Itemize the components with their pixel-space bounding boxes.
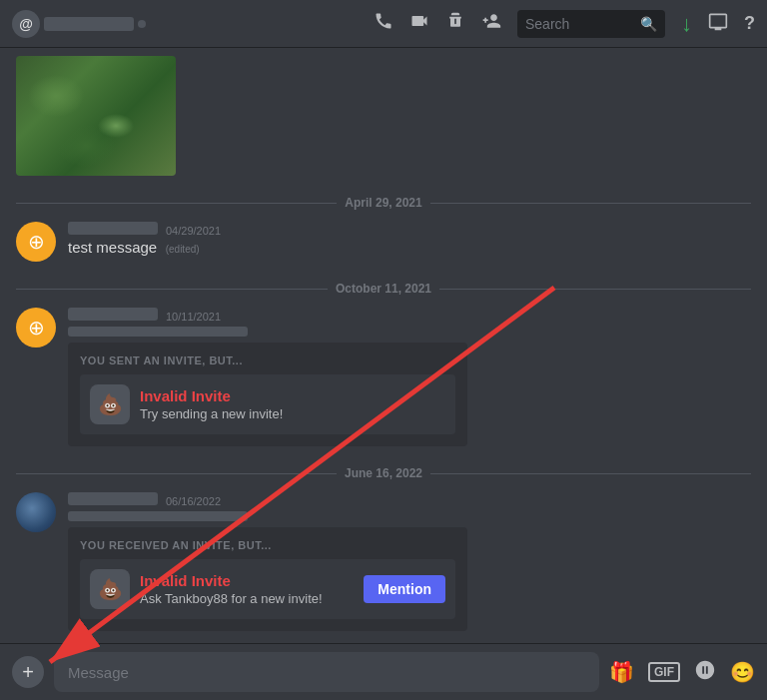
divider-line bbox=[16, 473, 337, 474]
avatar-june bbox=[16, 492, 56, 532]
main-content: April 29, 2021 ⊕ 04/29/2021 test message… bbox=[0, 48, 767, 700]
divider-line bbox=[430, 473, 751, 474]
mention-button[interactable]: Mention bbox=[364, 575, 445, 603]
invite-server-icon-sent: 💩 bbox=[90, 384, 130, 424]
message-subtext-june bbox=[68, 511, 248, 521]
phone-icon[interactable] bbox=[374, 11, 393, 36]
monitor-icon[interactable] bbox=[708, 11, 728, 36]
topbar-left: @ bbox=[12, 10, 146, 38]
message-username-june bbox=[68, 492, 158, 505]
message-timestamp-june: 06/16/2022 bbox=[166, 495, 221, 507]
invite-label-received: YOU RECEIVED AN INVITE, BUT... bbox=[80, 539, 455, 551]
divider-line bbox=[439, 289, 751, 290]
message-row-april: ⊕ 04/29/2021 test message (edited) bbox=[0, 218, 767, 266]
chat-area: April 29, 2021 ⊕ 04/29/2021 test message… bbox=[0, 48, 767, 643]
invite-subtitle-received: Ask Tankboy88 for a new invite! bbox=[140, 591, 354, 606]
date-label-april: April 29, 2021 bbox=[345, 196, 421, 210]
video-icon[interactable] bbox=[409, 11, 429, 36]
input-actions: 🎁 GIF 😊 bbox=[609, 659, 755, 686]
message-edited-label: (edited) bbox=[166, 244, 200, 255]
divider-line bbox=[430, 203, 751, 204]
discord-icon-oct: ⊕ bbox=[28, 316, 45, 340]
message-row-june: 06/16/2022 YOU RECEIVED AN INVITE, BUT..… bbox=[0, 488, 767, 635]
search-input[interactable] bbox=[525, 16, 634, 32]
message-username-oct bbox=[68, 308, 158, 321]
invite-info-sent: Invalid Invite Try sending a new invite! bbox=[140, 387, 445, 421]
discord-icon: ⊕ bbox=[28, 230, 45, 254]
message-header-june: 06/16/2022 bbox=[68, 492, 751, 507]
message-subtext-oct bbox=[68, 327, 248, 337]
plus-icon: + bbox=[22, 661, 34, 684]
date-label-october: October 11, 2021 bbox=[336, 282, 431, 296]
help-icon[interactable]: ? bbox=[744, 13, 755, 34]
test-message-text: test message bbox=[68, 239, 157, 256]
invite-card-received: YOU RECEIVED AN INVITE, BUT... 💩 Invalid… bbox=[68, 527, 467, 631]
topbar-icons: 🔍 ↓ ? bbox=[374, 10, 755, 38]
invite-subtitle-sent: Try sending a new invite! bbox=[140, 406, 445, 421]
sticker-icon[interactable] bbox=[694, 659, 716, 686]
message-username-april bbox=[68, 222, 158, 235]
add-user-icon[interactable] bbox=[481, 11, 501, 36]
message-row-october: ⊕ 10/11/2021 YOU SENT AN INVITE, BUT... … bbox=[0, 304, 767, 450]
divider-line bbox=[16, 203, 337, 204]
invite-info-received: Invalid Invite Ask Tankboy88 for a new i… bbox=[140, 572, 354, 606]
invite-inner-sent: 💩 Invalid Invite Try sending a new invit… bbox=[80, 374, 455, 434]
invite-label-sent: YOU SENT AN INVITE, BUT... bbox=[80, 354, 455, 366]
invite-title-sent: Invalid Invite bbox=[140, 387, 445, 404]
pin-icon[interactable] bbox=[445, 11, 465, 36]
message-content-june: 06/16/2022 YOU RECEIVED AN INVITE, BUT..… bbox=[68, 492, 751, 631]
date-divider-june: June 16, 2022 bbox=[0, 450, 767, 488]
avatar-april: ⊕ bbox=[16, 222, 56, 262]
emoji-icon[interactable]: 😊 bbox=[730, 660, 755, 684]
invite-server-icon-received: 💩 bbox=[90, 569, 130, 609]
search-icon: 🔍 bbox=[640, 16, 657, 32]
gif-button[interactable]: GIF bbox=[648, 662, 680, 682]
date-divider-april: April 29, 2021 bbox=[0, 180, 767, 218]
invite-title-received: Invalid Invite bbox=[140, 572, 354, 589]
at-icon: @ bbox=[12, 10, 40, 38]
message-timestamp-oct: 10/11/2021 bbox=[166, 311, 221, 323]
message-header-oct: 10/11/2021 bbox=[68, 308, 751, 323]
add-attachment-button[interactable]: + bbox=[12, 656, 44, 688]
invite-card-sent: YOU SENT AN INVITE, BUT... 💩 Invalid Inv… bbox=[68, 343, 467, 446]
message-content-october: 10/11/2021 YOU SENT AN INVITE, BUT... 💩 … bbox=[68, 308, 751, 446]
message-content-april: 04/29/2021 test message (edited) bbox=[68, 222, 751, 257]
image-message bbox=[0, 48, 767, 180]
image-thumbnail[interactable] bbox=[16, 56, 176, 176]
message-timestamp-april: 04/29/2021 bbox=[166, 225, 221, 237]
input-bar: + 🎁 GIF 😊 bbox=[0, 643, 767, 700]
message-header: 04/29/2021 bbox=[68, 222, 751, 237]
date-divider-october: October 11, 2021 bbox=[0, 266, 767, 304]
avatar-october: ⊕ bbox=[16, 308, 56, 348]
date-label-june: June 16, 2022 bbox=[345, 466, 422, 480]
search-bar[interactable]: 🔍 bbox=[517, 10, 665, 38]
divider-line bbox=[16, 289, 328, 290]
message-text-april: test message (edited) bbox=[68, 239, 751, 257]
topbar-dot bbox=[138, 20, 146, 28]
gift-icon[interactable]: 🎁 bbox=[609, 660, 634, 684]
topbar-username bbox=[44, 17, 134, 31]
invite-inner-received: 💩 Invalid Invite Ask Tankboy88 for a new… bbox=[80, 559, 455, 619]
topbar: @ 🔍 bbox=[0, 0, 767, 48]
download-icon[interactable]: ↓ bbox=[681, 11, 692, 37]
message-input[interactable] bbox=[54, 652, 599, 692]
